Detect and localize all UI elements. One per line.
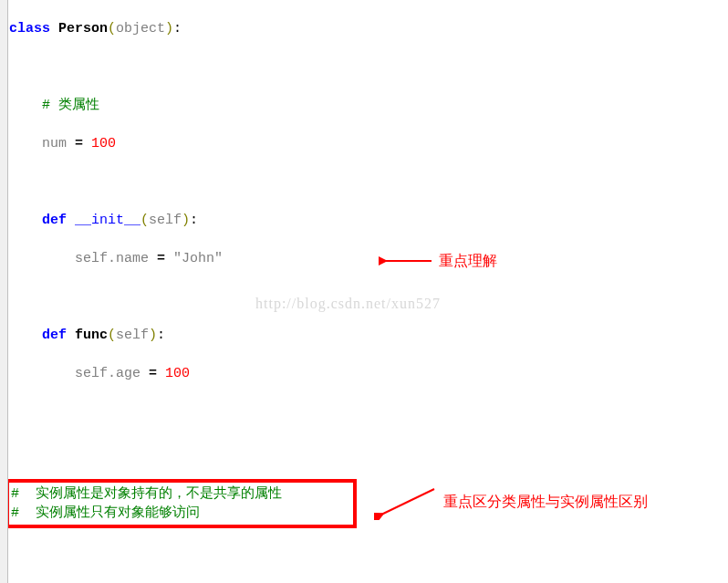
fn-init: __init__ [75, 213, 140, 228]
self-1: self [149, 213, 182, 228]
annotation-2: 重点区分类属性与实例属性区别 [374, 484, 648, 520]
class-name: Person [58, 21, 108, 36]
base-class: object [116, 21, 165, 36]
self-age: self.age [75, 366, 140, 381]
self-name: self.name [75, 251, 149, 266]
kw-def-1: def [42, 213, 67, 228]
str-john: "John" [173, 251, 223, 266]
box1-line1: # 实例属性是对象持有的，不是共享的属性 [11, 486, 282, 502]
fn-func: func [75, 328, 108, 343]
attr-num: num [42, 136, 67, 151]
comment-class-attr: # 类属性 [42, 98, 99, 113]
highlight-box-1: # 实例属性是对象持有的，不是共享的属性 # 实例属性只有对象能够访问 [5, 479, 357, 528]
val-100: 100 [91, 136, 116, 151]
self-2: self [116, 328, 149, 343]
editor-gutter [0, 0, 8, 583]
kw-def-2: def [42, 328, 67, 343]
kw-class: class [9, 21, 50, 36]
svg-line-1 [381, 489, 434, 515]
annotation-1-text: 重点理解 [439, 251, 497, 271]
val-100-b: 100 [165, 366, 190, 381]
box1-line2: # 实例属性只有对象能够访问 [11, 505, 200, 521]
annotation-2-text: 重点区分类属性与实例属性区别 [443, 492, 648, 512]
arrow-left-icon [379, 252, 433, 270]
annotation-1: 重点理解 [379, 251, 497, 271]
arrow-down-left-icon [374, 484, 438, 520]
